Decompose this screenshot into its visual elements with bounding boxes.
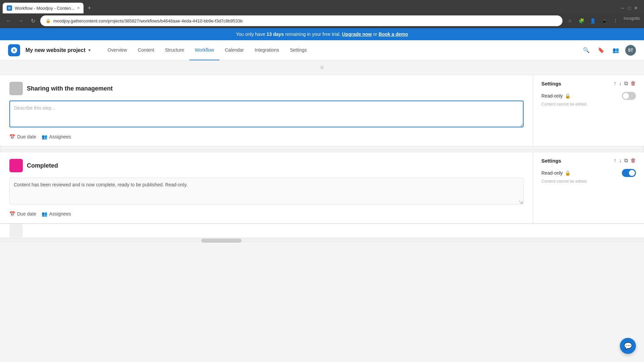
banner-prefix: You only have [236,32,266,37]
step-1-settings-title: Settings [541,81,561,86]
step-2-assignees[interactable]: 👥 Assignees [42,211,71,217]
step-2-duplicate-button[interactable]: ⧉ [624,158,628,164]
step-2-due-date[interactable]: 📅 Due date [9,211,36,217]
profile-button[interactable]: 👤 [588,16,597,25]
calendar-icon-2: 📅 [9,211,15,217]
step-2-readonly-toggle[interactable] [622,169,636,177]
step-2-color-dot [9,159,23,172]
banner-days: 13 days [267,32,284,37]
drag-handle-icon: ≡ [320,64,324,71]
menu-button[interactable]: ⋮ [611,16,620,25]
project-name[interactable]: My new website project ▼ [25,47,92,53]
step-2-block: Completed Content has been reviewed and … [0,152,644,224]
step-1-assignees[interactable]: 👥 Assignees [42,134,71,139]
assignees-icon-2: 👥 [42,211,47,217]
step-1-move-up-button[interactable]: ↑ [613,80,616,86]
step-2-description-input[interactable]: Content has been reviewed and is now com… [9,178,524,204]
nav-workflow[interactable]: Workflow [190,40,219,60]
close-window-button[interactable]: ✕ [633,5,639,11]
step-1-readonly-note: Content cannot be edited. [541,102,636,107]
forward-button[interactable]: → [16,16,25,25]
team-button[interactable]: 👥 [610,45,621,56]
extensions-button[interactable]: 🧩 [577,16,586,25]
maximize-button[interactable]: □ [627,5,632,11]
step-1-lock-icon: 🔒 [565,93,571,99]
nav-structure[interactable]: Structure [160,40,190,60]
project-dropdown-icon: ▼ [88,48,92,53]
step-1-due-date[interactable]: 📅 Due date [9,134,36,139]
incognito-label: Incognito [624,16,640,25]
step-1-description-input[interactable] [9,101,524,127]
step-1-duplicate-button[interactable]: ⧉ [624,80,628,86]
step-2-move-up-button[interactable]: ↑ [613,158,616,164]
tab-title: Workflow - Moodjoy - Conten... [15,6,74,11]
refresh-button[interactable]: ↻ [28,16,38,25]
avatar[interactable]: ST [625,45,636,56]
nav-calendar[interactable]: Calendar [219,40,249,60]
new-tab-button[interactable]: + [85,5,94,12]
lock-icon: 🔒 [46,18,51,23]
nav-settings[interactable]: Settings [284,40,312,60]
trial-banner: You only have 13 days remaining in your … [0,28,644,40]
step-2-move-down-button[interactable]: ↓ [619,158,622,164]
browser-tab[interactable]: Workflow - Moodjoy - Conten... × [3,3,84,13]
minimize-button[interactable]: ─ [620,5,625,11]
step-1-color-dot [9,82,23,95]
step-1-block: Sharing with the management 📅 Due date 👥… [0,75,644,146]
step-2-settings-title: Settings [541,158,561,164]
upgrade-link[interactable]: Upgrade now [342,32,372,37]
bookmark-button[interactable]: ☆ [565,16,575,25]
banner-or: or [372,32,378,37]
tab-favicon [7,5,12,11]
step-2-delete-button[interactable]: 🗑 [631,158,636,164]
search-button[interactable]: 🔍 [581,45,592,56]
resize-handle-icon: ⤡ [518,199,522,204]
step-1-readonly-toggle[interactable] [622,92,636,100]
banner-middle: remaining in your free trial. [284,32,341,37]
chat-icon: 💬 [624,342,632,350]
step-2-lock-icon: 🔒 [565,170,571,176]
step-1-title: Sharing with the management [27,85,113,92]
step-2-title: Completed [27,162,58,169]
responsive-button[interactable]: 📱 [599,16,609,25]
nav-content[interactable]: Content [132,40,160,60]
step-1-move-down-button[interactable]: ↓ [619,80,622,86]
step-2-readonly-label: Read-only 🔒 [541,170,571,176]
tab-close-icon[interactable]: × [77,6,79,10]
demo-link[interactable]: Book a demo [379,32,408,37]
step-1-delete-button[interactable]: 🗑 [631,80,636,86]
calendar-icon: 📅 [9,134,15,139]
nav-integrations[interactable]: Integrations [249,40,284,60]
app-logo[interactable] [8,44,20,56]
nav-overview[interactable]: Overview [102,40,132,60]
back-button[interactable]: ← [4,16,13,25]
step-1-readonly-label: Read-only 🔒 [541,93,571,99]
main-navigation: Overview Content Structure Workflow Cale… [102,40,312,60]
drag-handle: ≡ [0,60,644,75]
bookmark-header-button[interactable]: 🔖 [596,45,606,56]
chat-button[interactable]: 💬 [620,338,636,354]
url-text: moodjoy.gathercontent.com/projects/38582… [53,18,557,23]
step-2-readonly-note: Content cannot be edited. [541,179,636,184]
assignees-icon: 👥 [42,134,47,139]
